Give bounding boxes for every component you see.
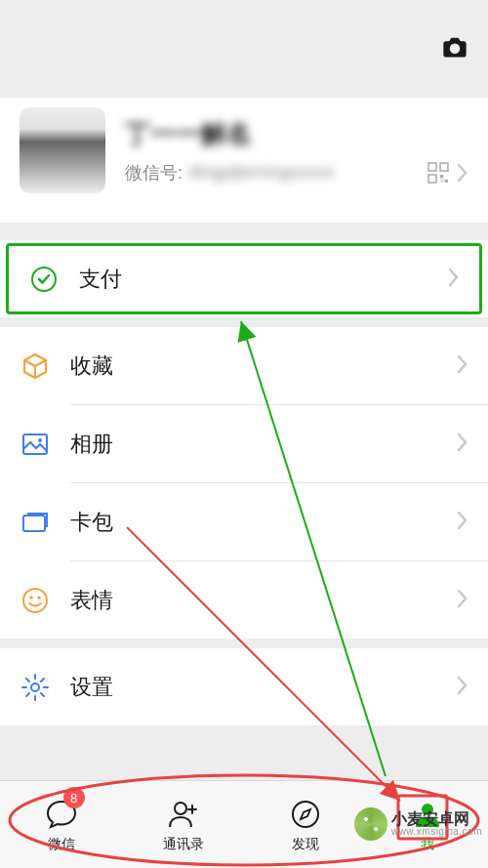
svg-point-9 xyxy=(23,589,47,612)
menu-item-album[interactable]: 相册 xyxy=(0,405,488,482)
menu-label: 支付 xyxy=(79,265,446,294)
tab-discover[interactable]: 发现 xyxy=(244,781,366,868)
chevron-right-icon xyxy=(455,587,468,614)
qrcode-icon[interactable] xyxy=(427,162,449,184)
svg-rect-8 xyxy=(23,516,45,531)
chevron-right-icon xyxy=(455,161,468,185)
tab-label: 通讯录 xyxy=(163,836,204,853)
menu-item-stickers[interactable]: 表情 xyxy=(0,561,488,639)
profile-info: 丁一一解名 微信号: dingyijiemingxxxxx xyxy=(125,117,468,185)
svg-point-14 xyxy=(293,802,318,827)
chevron-right-icon xyxy=(455,674,468,701)
pay-icon xyxy=(28,264,60,295)
menu-item-pay[interactable]: 支付 xyxy=(6,243,482,314)
camera-icon[interactable] xyxy=(441,34,468,63)
tab-contacts[interactable]: 通讯录 xyxy=(122,781,244,868)
header xyxy=(0,0,488,98)
tab-me[interactable]: 我 xyxy=(366,781,488,868)
cards-icon xyxy=(20,507,51,538)
chevron-right-icon xyxy=(446,266,460,293)
svg-rect-3 xyxy=(440,175,443,178)
stickers-icon xyxy=(20,585,51,616)
chevron-right-icon xyxy=(455,431,468,458)
menu-label: 表情 xyxy=(70,586,455,615)
svg-rect-4 xyxy=(445,180,448,183)
chevron-right-icon xyxy=(455,509,468,536)
favorites-icon xyxy=(20,351,51,382)
svg-point-10 xyxy=(29,596,33,599)
chat-badge: 8 xyxy=(63,787,85,808)
menu-label: 收藏 xyxy=(70,351,455,381)
avatar xyxy=(20,107,105,193)
contacts-icon xyxy=(166,797,201,832)
svg-rect-2 xyxy=(428,175,436,183)
svg-point-13 xyxy=(175,803,186,814)
menu-label: 相册 xyxy=(70,430,455,459)
tab-chats[interactable]: 8 微信 xyxy=(0,781,122,868)
svg-point-12 xyxy=(31,683,39,691)
tab-label: 发现 xyxy=(292,836,319,853)
tab-label: 微信 xyxy=(48,836,75,853)
profile-name: 丁一一解名 xyxy=(125,117,468,151)
svg-point-11 xyxy=(37,596,41,599)
menu-item-favorites[interactable]: 收藏 xyxy=(0,327,488,404)
chevron-right-icon xyxy=(455,352,468,380)
wechat-id-label: 微信号: xyxy=(125,161,183,185)
me-icon xyxy=(410,797,445,832)
profile-section[interactable]: 丁一一解名 微信号: dingyijiemingxxxxx xyxy=(0,98,488,223)
svg-rect-0 xyxy=(428,163,436,171)
discover-icon xyxy=(288,797,323,832)
tabbar: 8 微信 通讯录 发现 我 xyxy=(0,780,488,868)
menu-item-cards[interactable]: 卡包 xyxy=(0,483,488,560)
menu-label: 设置 xyxy=(70,673,455,702)
tab-label: 我 xyxy=(421,836,434,853)
svg-point-15 xyxy=(422,804,433,815)
svg-rect-1 xyxy=(440,163,448,171)
wechat-id-value: dingyijiemingxxxxx xyxy=(188,162,422,183)
menu-item-settings[interactable]: 设置 xyxy=(0,648,488,725)
settings-icon xyxy=(20,672,51,703)
menu-label: 卡包 xyxy=(70,508,455,537)
album-icon xyxy=(20,429,51,460)
svg-point-7 xyxy=(38,438,42,442)
